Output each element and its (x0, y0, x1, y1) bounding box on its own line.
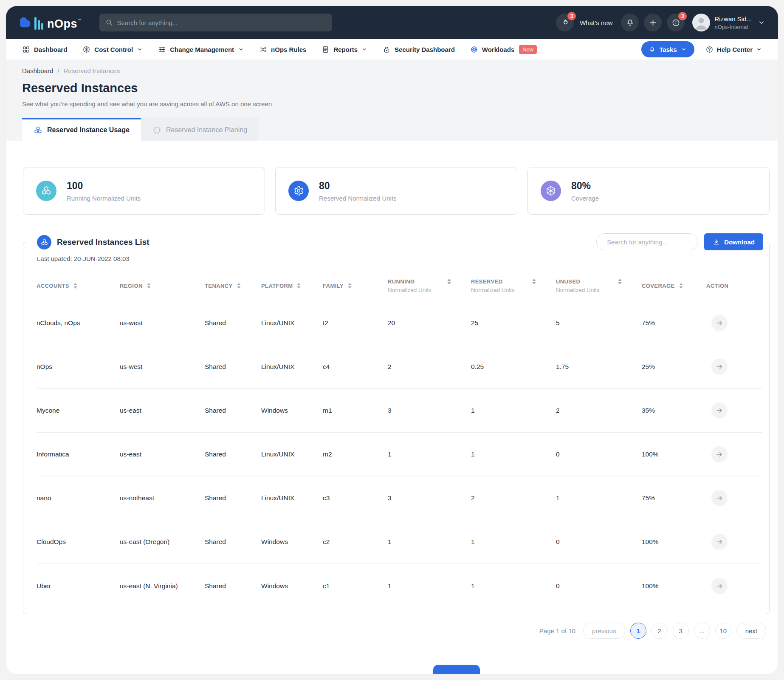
help-center-label: Help Center (717, 46, 753, 53)
cell-unused: 2 (556, 407, 642, 414)
column-header-platform[interactable]: PLATFORM (261, 283, 323, 289)
column-header-family[interactable]: FAMILY (323, 283, 388, 289)
page-button-2[interactable]: 2 (651, 623, 668, 639)
download-button[interactable]: Download (704, 233, 763, 250)
table-row: CloudOpsus-east (Oregon)SharedWindowsc21… (37, 520, 762, 564)
brand-name: nOps™ (47, 18, 82, 30)
nav-item-workloads[interactable]: Workloads New (470, 45, 537, 54)
sort-icon[interactable] (73, 283, 78, 289)
gear-icon (288, 181, 309, 201)
row-detail-button[interactable] (711, 359, 728, 375)
nav-label: Cost Control (94, 46, 133, 53)
column-header-region[interactable]: REGION (120, 283, 205, 289)
cell-family: c3 (323, 494, 388, 502)
nops-logo[interactable]: nOps™ (19, 15, 82, 30)
tab-reserved-instance-usage[interactable]: Reserved Instance Usage (22, 118, 141, 141)
page-ellipsis-button[interactable]: ... (694, 623, 710, 639)
column-header-coverage[interactable]: COVERAGE (642, 283, 706, 289)
nav-item-change-management[interactable]: Change Management (158, 45, 244, 54)
cell-action (706, 315, 762, 331)
cell-reserved: 0.25 (471, 363, 556, 371)
sort-icon[interactable] (147, 283, 151, 289)
global-search-input[interactable] (117, 19, 326, 26)
arrow-right-icon (716, 582, 723, 590)
row-detail-button[interactable] (711, 534, 728, 550)
column-header-unused[interactable]: UNUSED Normalized Units (556, 278, 642, 293)
bell-icon (649, 46, 655, 53)
help-center-menu[interactable]: Help Center (705, 45, 762, 54)
stat-value: 100 (67, 180, 141, 192)
sort-icon[interactable] (347, 283, 352, 289)
notifications-button[interactable] (621, 14, 639, 31)
column-label: RESERVED (471, 278, 502, 285)
cell-platform: Linux/UNIX (261, 319, 323, 327)
cell-running: 3 (388, 494, 471, 502)
cell-reserved: 1 (471, 450, 556, 458)
breadcrumb-dashboard[interactable]: Dashboard (22, 67, 53, 74)
cell-unused: 0 (556, 538, 642, 546)
create-new-button[interactable] (644, 14, 662, 31)
column-header-accounts[interactable]: ACCOUNTS (37, 283, 120, 289)
nav-item-security-dashboard[interactable]: Security Dashboard (383, 45, 455, 54)
nav-item-reports[interactable]: Reports (321, 45, 367, 54)
table-row: nanous-notheastSharedLinux/UNIXc332175% (37, 476, 762, 520)
cell-running: 2 (388, 363, 471, 371)
whats-new-button[interactable]: 3 (556, 14, 574, 31)
row-detail-button[interactable] (711, 578, 728, 594)
column-subtitle: Normalized Units (556, 287, 642, 293)
column-header-reserved[interactable]: RESERVED Normalized Units (471, 278, 556, 293)
cell-region: us-east (N. Virginia) (120, 582, 205, 590)
tasks-label: Tasks (659, 46, 677, 53)
list-title: Reserved Instances List (57, 238, 149, 247)
cubes-icon (36, 181, 56, 201)
sort-icon[interactable] (237, 283, 241, 289)
shuffle-icon (259, 45, 267, 54)
tab-reserved-instance-planing[interactable]: Reserved Instance Planing (141, 118, 259, 141)
stat-reserved-units: 80 Reserved Normalized Units (275, 167, 517, 215)
cell-platform: Windows (261, 538, 323, 546)
cell-coverage: 25% (642, 363, 706, 371)
page-button-10[interactable]: 10 (715, 623, 731, 639)
dollar-coin-icon (82, 45, 90, 54)
previous-page-button[interactable]: previous (583, 623, 625, 639)
cell-platform: Linux/UNIX (261, 363, 323, 371)
column-subtitle: Normalized Units (471, 287, 556, 293)
nav-item-dashboard[interactable]: Dashboard (22, 45, 67, 54)
column-header-running[interactable]: RUNNING Normalized Units (388, 278, 471, 293)
page-button-3[interactable]: 3 (673, 623, 689, 639)
page-button-1[interactable]: 1 (630, 623, 646, 639)
nav-label: Security Dashboard (395, 46, 455, 53)
whats-new-label[interactable]: What’s new (580, 19, 612, 26)
nav-item-nops-rules[interactable]: nOps Rules (259, 45, 306, 54)
user-menu[interactable]: Rizwan Sid... nOps-Internal (692, 14, 765, 31)
nav-item-cost-control[interactable]: Cost Control (82, 45, 143, 54)
sort-icon[interactable] (447, 278, 451, 285)
row-detail-button[interactable] (711, 446, 728, 462)
whats-new-badge: 3 (567, 12, 576, 20)
download-label: Download (724, 238, 755, 246)
column-header-tenancy[interactable]: TENANCY (205, 283, 261, 289)
column-subtitle: Normalized Units (388, 287, 471, 293)
row-detail-button[interactable] (711, 402, 728, 419)
tasks-button[interactable]: Tasks (641, 41, 694, 57)
cell-reserved: 25 (471, 319, 556, 327)
tab-label: Reserved Instance Planing (166, 126, 247, 134)
chevron-down-icon (756, 46, 762, 52)
list-search-input[interactable] (607, 238, 691, 246)
info-button[interactable]: 3 (667, 14, 685, 31)
global-search (99, 14, 332, 31)
sort-icon[interactable] (679, 283, 683, 289)
column-label: UNUSED (556, 278, 580, 285)
info-icon (671, 18, 680, 27)
column-label: COVERAGE (642, 283, 675, 289)
row-detail-button[interactable] (711, 315, 728, 331)
sort-icon[interactable] (296, 283, 301, 289)
next-page-button[interactable]: next (736, 623, 766, 639)
stat-coverage: 80% Coverage (527, 167, 770, 215)
sort-icon[interactable] (618, 278, 622, 285)
column-label: FAMILY (323, 283, 344, 289)
sort-icon[interactable] (532, 278, 536, 285)
cell-action (706, 534, 762, 550)
chat-widget-peek[interactable] (433, 665, 480, 674)
row-detail-button[interactable] (711, 490, 728, 506)
